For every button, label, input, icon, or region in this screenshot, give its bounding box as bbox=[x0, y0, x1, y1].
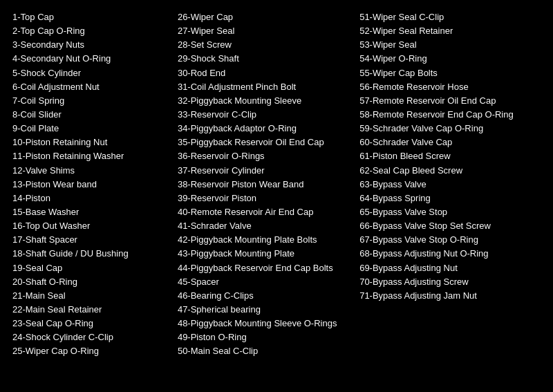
list-item: 11-Piston Retaining Washer bbox=[12, 149, 167, 163]
list-item: 24-Shock Cylinder C-Clip bbox=[12, 330, 167, 344]
list-item: 50-Main Seal C-Clip bbox=[178, 344, 348, 358]
list-item: 42-Piggyback Mounting Plate Bolts bbox=[178, 233, 348, 247]
list-item: 17-Shaft Spacer bbox=[12, 233, 167, 247]
parts-list: 1-Top Cap2-Top Cap O-Ring3-Secondary Nut… bbox=[7, 7, 546, 362]
list-item: 55-Wiper Cap Bolts bbox=[359, 66, 541, 80]
list-item: 25-Wiper Cap O-Ring bbox=[12, 344, 167, 358]
list-item: 36-Reservoir O-Rings bbox=[178, 149, 348, 163]
list-item: 45-Spacer bbox=[178, 275, 348, 289]
list-item: 33-Reservoir C-Clip bbox=[178, 108, 348, 122]
list-item: 47-Spherical bearing bbox=[178, 303, 348, 317]
list-item: 12-Valve Shims bbox=[12, 164, 167, 178]
column-3: 51-Wiper Seal C-Clip52-Wiper Seal Retain… bbox=[354, 7, 546, 362]
list-item: 20-Shaft O-Ring bbox=[12, 275, 167, 289]
list-item: 39-Reservoir Piston bbox=[178, 192, 348, 205]
list-item: 41-Schrader Valve bbox=[178, 219, 348, 233]
list-item: 51-Wiper Seal C-Clip bbox=[359, 10, 541, 24]
list-item: 58-Remote Reservoir End Cap O-Ring bbox=[359, 108, 541, 122]
list-item: 61-Piston Bleed Screw bbox=[359, 149, 541, 163]
list-item: 70-Bypass Adjusting Screw bbox=[359, 275, 541, 289]
list-item: 57-Remote Reservoir Oil End Cap bbox=[359, 94, 541, 108]
list-item: 1-Top Cap bbox=[12, 10, 167, 24]
list-item: 66-Bypass Valve Stop Set Screw bbox=[359, 219, 541, 233]
list-item: 5-Shock Cylinder bbox=[12, 66, 167, 80]
list-item: 49-Piston O-Ring bbox=[178, 330, 348, 344]
list-item: 26-Wiper Cap bbox=[178, 10, 348, 24]
list-item: 10-Piston Retaining Nut bbox=[12, 136, 167, 149]
list-item: 13-Piston Wear band bbox=[12, 178, 167, 192]
list-item: 64-Bypass Spring bbox=[359, 192, 541, 205]
list-item: 2-Top Cap O-Ring bbox=[12, 24, 167, 38]
list-item: 68-Bypass Adjusting Nut O-Ring bbox=[359, 247, 541, 261]
list-item: 65-Bypass Valve Stop bbox=[359, 205, 541, 219]
list-item: 54-Wiper O-Ring bbox=[359, 52, 541, 66]
list-item: 18-Shaft Guide / DU Bushing bbox=[12, 247, 167, 261]
list-item: 69-Bypass Adjusting Nut bbox=[359, 261, 541, 275]
list-item: 67-Bypass Valve Stop O-Ring bbox=[359, 233, 541, 247]
list-item: 35-Piggyback Reservoir Oil End Cap bbox=[178, 136, 348, 149]
list-item: 52-Wiper Seal Retainer bbox=[359, 24, 541, 38]
list-item: 71-Bypass Adjusting Jam Nut bbox=[359, 289, 541, 303]
list-item: 16-Top Out Washer bbox=[12, 219, 167, 233]
list-item: 4-Secondary Nut O-Ring bbox=[12, 52, 167, 66]
list-item: 3-Secondary Nuts bbox=[12, 38, 167, 52]
list-item: 27-Wiper Seal bbox=[178, 24, 348, 38]
list-item: 31-Coil Adjustment Pinch Bolt bbox=[178, 80, 348, 94]
list-item: 8-Coil Slider bbox=[12, 108, 167, 122]
list-item: 43-Piggyback Mounting Plate bbox=[178, 247, 348, 261]
list-item: 23-Seal Cap O-Ring bbox=[12, 317, 167, 330]
list-item: 56-Remote Reservoir Hose bbox=[359, 80, 541, 94]
list-item: 44-Piggyback Reservoir End Cap Bolts bbox=[178, 261, 348, 275]
list-item: 30-Rod End bbox=[178, 66, 348, 80]
list-item: 21-Main Seal bbox=[12, 289, 167, 303]
list-item: 38-Reservoir Piston Wear Band bbox=[178, 178, 348, 192]
list-item: 48-Piggyback Mounting Sleeve O-Rings bbox=[178, 317, 348, 330]
list-item: 32-Piggyback Mounting Sleeve bbox=[178, 94, 348, 108]
list-item: 60-Schrader Valve Cap bbox=[359, 136, 541, 149]
list-item: 62-Seal Cap Bleed Screw bbox=[359, 164, 541, 178]
list-item: 15-Base Washer bbox=[12, 205, 167, 219]
list-item: 34-Piggyback Adaptor O-Ring bbox=[178, 122, 348, 136]
list-item: 53-Wiper Seal bbox=[359, 38, 541, 52]
list-item: 28-Set Screw bbox=[178, 38, 348, 52]
list-item: 46-Bearing C-Clips bbox=[178, 289, 348, 303]
column-2: 26-Wiper Cap27-Wiper Seal28-Set Screw29-… bbox=[172, 7, 354, 362]
list-item: 40-Remote Reservoir Air End Cap bbox=[178, 205, 348, 219]
list-item: 9-Coil Plate bbox=[12, 122, 167, 136]
list-item: 6-Coil Adjustment Nut bbox=[12, 80, 167, 94]
list-item: 63-Bypass Valve bbox=[359, 178, 541, 192]
list-item: 19-Seal Cap bbox=[12, 261, 167, 275]
list-item: 29-Shock Shaft bbox=[178, 52, 348, 66]
list-item: 22-Main Seal Retainer bbox=[12, 303, 167, 317]
list-item: 59-Schrader Valve Cap O-Ring bbox=[359, 122, 541, 136]
list-item: 14-Piston bbox=[12, 192, 167, 205]
column-1: 1-Top Cap2-Top Cap O-Ring3-Secondary Nut… bbox=[7, 7, 172, 362]
list-item: 37-Reservoir Cylinder bbox=[178, 164, 348, 178]
list-item: 7-Coil Spring bbox=[12, 94, 167, 108]
